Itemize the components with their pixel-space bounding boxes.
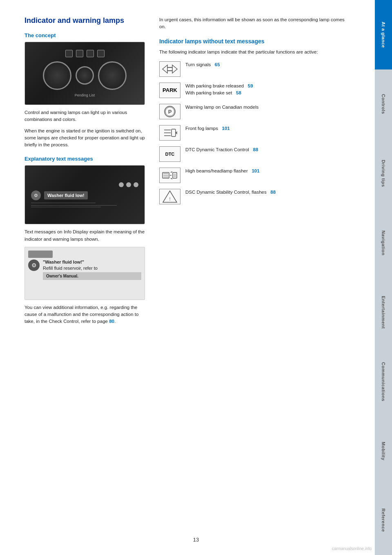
park-icon-label: PARK [163,87,177,93]
fog-label: Front fog lamps [185,126,218,131]
msg-header-bar [28,251,53,258]
indicator-row-canadian: P Warning lamp on Canadian models [159,104,350,119]
owner-manual-text: Owner's Manual. [43,272,141,280]
turn-signals-description: Turn signals 65 [185,61,350,68]
sidebar-item-at-a-glance[interactable]: At a glance [375,0,392,69]
left-column: Indicator and warning lamps The concept [24,16,147,539]
svg-text:!: ! [169,197,170,201]
park-icon-box: PARK [159,83,180,98]
park-page-ref1[interactable]: 59 [248,83,253,88]
body-text-3: Text messages on Info Display explain th… [24,228,147,243]
indicator-row-turn-signals: Turn signals 65 [159,61,350,77]
dsc-description: DSC Dynamic Stability Control, flashes 8… [185,189,350,196]
body-text-4-prefix: You can view additional information, e.g… [24,305,138,324]
sidebar-label-navigation: Navigation [381,231,386,255]
watermark: carmanualsonline.info [332,546,372,551]
highbeam-icon [162,168,178,182]
dsc-icon-box: ! [159,189,180,204]
indicator-row-fog: Front fog lamps 101 [159,125,350,141]
msg-line2: Refill fluid reservoir, refer to [43,266,141,271]
sidebar-label-reference: Reference [381,508,386,532]
svg-rect-8 [172,129,176,137]
main-title: Indicator and warning lamps [24,16,147,25]
svg-line-17 [171,172,172,172]
right-column: In urgent cases, this information will b… [159,16,350,539]
indicator-row-dsc: ! DSC Dynamic Stability Control, flashes… [159,189,350,204]
msg-row: ⚙ "Washer fluid low!" Refill fluid reser… [28,260,141,280]
sidebar-label-at-a-glance: At a glance [381,22,386,48]
svg-line-18 [171,178,172,179]
fog-lamp-icon [162,126,178,140]
fog-page-ref[interactable]: 101 [222,126,230,131]
sidebar-label-controls: Controls [381,94,386,114]
sidebar-item-controls[interactable]: Controls [375,69,392,139]
body-text-4-link[interactable]: 80 [109,319,114,324]
dtc-description: DTC Dynamic Traction Control 88 [185,146,350,153]
turn-signals-page-ref[interactable]: 65 [215,62,220,67]
park-label-line1: With parking brake released [185,83,244,88]
sidebar-label-communications: Communications [381,362,386,401]
sidebar-label-mobility: Mobility [381,442,386,461]
highbeam-description: High beams/headlamp flasher 101 [185,168,350,175]
left-gauge [43,61,71,90]
body-text-4-suffix: . [114,319,116,324]
svg-text:P: P [168,109,172,115]
indicator-row-dtc: DTC DTC Dynamic Traction Control 88 [159,146,350,162]
right-gauge [98,61,127,90]
body-text-1: Control and warning lamps can light up i… [24,109,147,123]
intro-text: In urgent cases, this information will b… [159,16,350,31]
concept-subtitle: The concept [24,32,147,38]
dtc-icon-box: DTC [159,146,180,162]
washer-display-text: Washer fluid low! [44,191,88,199]
turn-signals-icon [162,63,178,75]
msg-text-block: "Washer fluid low!" Refill fluid reservo… [43,260,141,280]
msg-line1: "Washer fluid low!" [43,260,141,264]
turn-signals-label: Turn signals [185,62,211,67]
sidebar-label-driving-tips: Driving tips [381,160,386,187]
body-text-4: You can view additional information, e.g… [24,304,147,325]
fog-icon-box [159,125,180,141]
highbeam-icon-box [159,168,180,183]
indicator-intro: The following indicator lamps indicate t… [159,49,350,56]
dashboard-image-1: Pending List [24,42,145,105]
sidebar-item-mobility[interactable]: Mobility [375,416,392,486]
page-container: Indicator and warning lamps The concept [0,0,392,555]
center-gauge [76,66,94,85]
canadian-description: Warning lamp on Canadian models [185,104,350,111]
indicator-section-title: Indicator lamps without text messages [159,38,350,45]
park-label-line2: With parking brake set [185,90,232,95]
canadian-label: Warning lamp on Canadian models [185,105,258,110]
sidebar-item-driving-tips[interactable]: Driving tips [375,139,392,208]
turn-signals-icon-box [159,61,180,77]
canadian-icon-box: P [159,104,180,119]
body-text-2: When the engine is started or the igniti… [24,128,147,149]
highbeam-label: High beams/headlamp flasher [185,168,248,173]
dtc-label: DTC Dynamic Traction Control [185,147,249,152]
canadian-warning-icon: P [162,105,178,119]
dsc-label: DSC Dynamic Stability Control, flashes [185,190,267,195]
sidebar-item-entertainment[interactable]: Entertainment [375,278,392,347]
highbeam-page-ref[interactable]: 101 [252,168,259,173]
park-page-ref2[interactable]: 58 [236,90,241,95]
gauge-container: Pending List [43,50,127,97]
sidebar-label-entertainment: Entertainment [381,296,386,329]
main-content: Indicator and warning lamps The concept [0,0,375,555]
indicator-row-park: PARK With parking brake released 59 With… [159,83,350,98]
dtc-icon-label: DTC [165,152,175,157]
sidebar: At a glance Controls Driving tips Naviga… [375,0,392,555]
msg-washer-icon: ⚙ [28,260,40,271]
text-message-box: ⚙ "Washer fluid low!" Refill fluid reser… [24,247,145,300]
park-description: With parking brake released 59 With park… [185,83,350,97]
explanatory-subtitle: Explanatory text messages [24,156,147,162]
dtc-page-ref[interactable]: 88 [253,147,258,152]
sidebar-item-navigation[interactable]: Navigation [375,208,392,278]
sidebar-item-communications[interactable]: Communications [375,347,392,416]
fog-description: Front fog lamps 101 [185,125,350,132]
info-display-image: ⚙ Washer fluid low! [24,165,145,224]
dsc-page-ref[interactable]: 88 [270,190,276,195]
dsc-icon: ! [162,190,178,204]
page-number: 13 [193,537,199,543]
sidebar-item-reference[interactable]: Reference [375,486,392,555]
indicator-row-highbeam: High beams/headlamp flasher 101 [159,168,350,183]
